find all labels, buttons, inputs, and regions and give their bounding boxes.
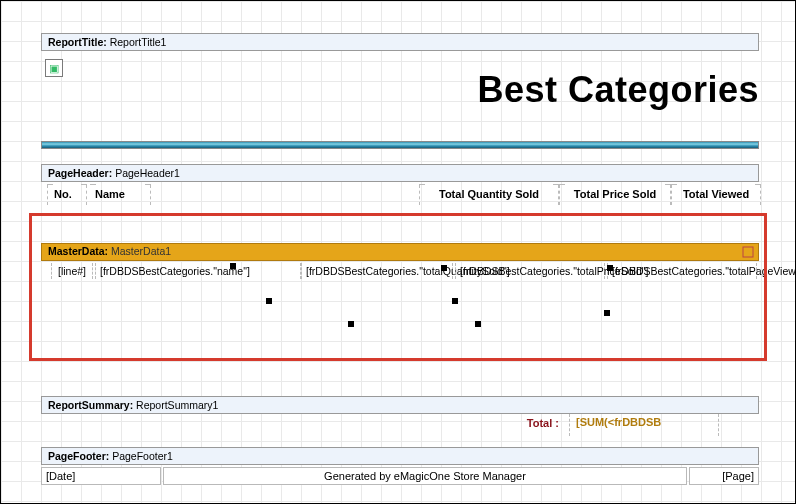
band-pageheader-label: PageHeader: [48, 167, 112, 179]
band-pagefooter-label: PageFooter: [48, 450, 109, 462]
selection-handle[interactable] [452, 298, 458, 304]
band-pagefooter-header[interactable]: PageFooter: PageFooter1 [41, 447, 759, 465]
field-line[interactable]: [line#] [51, 263, 93, 279]
footer-date[interactable]: [Date] [41, 467, 161, 485]
band-reporttitle-label: ReportTitle: [48, 36, 107, 48]
image-icon[interactable]: ▣ [45, 59, 63, 77]
band-masterdata-name: MasterData1 [111, 245, 171, 257]
selection-handle[interactable] [604, 310, 610, 316]
band-reportsummary-header[interactable]: ReportSummary: ReportSummary1 [41, 396, 759, 414]
selection-handle[interactable] [441, 265, 447, 271]
field-name[interactable]: [frDBDSBestCategories."name"] [95, 263, 301, 279]
chevron-down-icon[interactable] [742, 246, 754, 258]
selection-rectangle [29, 213, 767, 361]
band-masterdata-header[interactable]: MasterData: MasterData1 [41, 243, 759, 261]
summary-total-expr[interactable]: [SUM(<frDBDSB [569, 414, 719, 436]
band-reportsummary-label: ReportSummary: [48, 399, 133, 411]
band-pagefooter-name: PageFooter1 [112, 450, 173, 462]
selection-handle[interactable] [475, 321, 481, 327]
col-header-no[interactable]: No. [47, 185, 87, 205]
field-price[interactable]: [frDBDSBestCategories."totalPriceSold"] [455, 263, 605, 279]
col-header-qty[interactable]: Total Quantity Sold [419, 185, 559, 205]
summary-total-label[interactable]: Total : [459, 417, 559, 429]
svg-rect-0 [743, 247, 753, 257]
footer-page[interactable]: [Page] [689, 467, 759, 485]
band-reporttitle-name: ReportTitle1 [110, 36, 167, 48]
footer-generated[interactable]: Generated by eMagicOne Store Manager [163, 467, 687, 485]
col-header-name[interactable]: Name [91, 185, 151, 205]
col-header-viewed[interactable]: Total Viewed [671, 185, 761, 205]
band-pageheader-header[interactable]: PageHeader: PageHeader1 [41, 164, 759, 182]
field-viewed[interactable]: [frDBDSBestCategories."totalPageViewed"] [607, 263, 757, 279]
selection-handle[interactable] [266, 298, 272, 304]
report-designer-canvas[interactable]: ReportTitle: ReportTitle1 ▣ Best Categor… [0, 0, 796, 504]
title-decor-bar [41, 141, 759, 149]
selection-handle[interactable] [607, 265, 613, 271]
band-reporttitle-header[interactable]: ReportTitle: ReportTitle1 [41, 33, 759, 51]
selection-handle[interactable] [348, 321, 354, 327]
selection-handle[interactable] [230, 263, 236, 269]
col-header-price[interactable]: Total Price Sold [559, 185, 671, 205]
field-qty[interactable]: [frDBDSBestCategories."totalQuantitySold… [301, 263, 453, 279]
report-title-text[interactable]: Best Categories [477, 69, 759, 111]
band-reportsummary-name: ReportSummary1 [136, 399, 218, 411]
band-masterdata-label: MasterData: [48, 245, 108, 257]
band-pageheader-name: PageHeader1 [115, 167, 180, 179]
